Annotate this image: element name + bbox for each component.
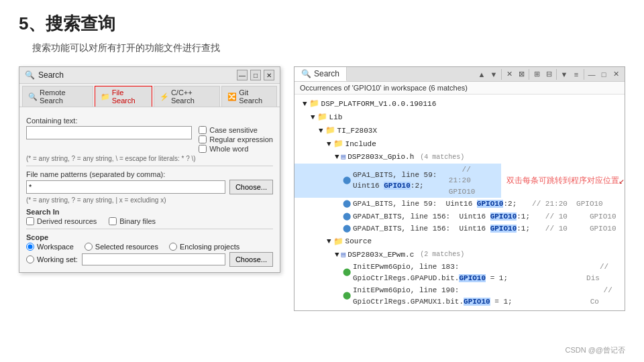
whole-word-checkbox[interactable] xyxy=(199,145,207,153)
derived-resources-checkbox[interactable] xyxy=(26,217,34,225)
tree-item-label: Source xyxy=(345,236,372,247)
maximize-button[interactable]: □ xyxy=(250,70,261,80)
tree-item-epwm-c[interactable]: ▼ ▤ DSP2803x_EPwm.c (2 matches) xyxy=(294,249,625,261)
remote-search-icon: 🔍 xyxy=(28,93,38,101)
tree-item-include[interactable]: ▼ 📁 Include xyxy=(294,137,625,151)
chevron-down-icon: ▼ xyxy=(327,236,331,247)
comment-text: // 21:20 GPIO10 xyxy=(449,164,497,198)
dialog-tabs: 🔍 Remote Search 📁 File Search ⚡ C/C++ Se… xyxy=(19,84,280,107)
containing-text-row: Case sensitive Regular expression Whole … xyxy=(26,126,273,153)
whole-word-label[interactable]: Whole word xyxy=(199,145,273,153)
tree-match-6[interactable]: ⬤ InitEPwm6Gpio, line 190: GpioCtrlRegs.… xyxy=(294,284,625,308)
match-text: GPA1_BITS, line 59: Uint16 GPIO10:2; xyxy=(353,170,447,192)
enclosing-projects-radio[interactable] xyxy=(169,243,177,251)
collapse-icon[interactable]: ⊞ xyxy=(531,68,543,80)
match-text: GPA1_BITS, line 59: Uint16 GPIO10:2; xyxy=(353,198,517,210)
results-tab-label: Search xyxy=(314,69,339,78)
regular-expression-label[interactable]: Regular expression xyxy=(199,135,273,143)
file-patterns-hint: (* = any string, ? = any string, | x = e… xyxy=(26,196,273,204)
tree-match-5[interactable]: ⬤ InitEPwm6Gpio, line 183: GpioCtrlRegs.… xyxy=(294,261,625,284)
tree-item-gpio-h[interactable]: ▼ ▤ DSP2803x_Gpio.h (4 matches) xyxy=(294,151,625,164)
match-icon: ⬤ xyxy=(343,198,351,210)
menu-icon[interactable]: ≡ xyxy=(570,68,582,80)
tree-item-lib[interactable]: ▼ 📁 Lib xyxy=(294,111,625,124)
git-search-icon: 🔀 xyxy=(227,93,237,101)
tab-cpp-search[interactable]: ⚡ C/C++ Search xyxy=(154,86,220,107)
enclosing-projects-radio-label[interactable]: Enclosing projects xyxy=(169,243,239,251)
nav-up-icon[interactable]: ▲ xyxy=(476,68,488,80)
minimize-button[interactable]: — xyxy=(237,70,248,80)
dialog-titlebar: 🔍 Search — □ ✕ xyxy=(19,67,280,84)
case-sensitive-label[interactable]: Case sensitive xyxy=(199,126,273,134)
file-patterns-input[interactable] xyxy=(26,180,225,194)
workspace-radio[interactable] xyxy=(26,243,34,251)
tree-match-3[interactable]: ⬤ GPADAT_BITS, line 156: Uint16 GPIO10:1… xyxy=(294,210,625,223)
working-set-input[interactable] xyxy=(82,253,225,265)
comment-text: // 21:20 GPIO10 xyxy=(519,198,602,210)
selected-resources-radio[interactable] xyxy=(85,243,93,251)
match-text: InitEPwm6Gpio, line 183: GpioCtrlRegs.GP… xyxy=(353,261,584,284)
chevron-down-icon: ▼ xyxy=(319,125,323,137)
comment-text: // Co xyxy=(590,285,621,307)
working-set-row: Working set: Choose... xyxy=(26,252,273,267)
dialog-controls: — □ ✕ xyxy=(237,70,274,80)
containing-text-input[interactable] xyxy=(26,126,192,139)
nav-down-icon[interactable]: ▼ xyxy=(488,68,500,80)
tree-item-label: DSP2803x_Gpio.h xyxy=(347,152,414,163)
file-search-icon: 📁 xyxy=(101,93,110,101)
binary-files-label[interactable]: Binary files xyxy=(109,217,156,225)
close-button[interactable]: ✕ xyxy=(264,70,274,80)
maximize2-icon[interactable]: □ xyxy=(598,68,610,80)
close2-icon[interactable]: ⊠ xyxy=(515,68,527,80)
results-tab-search[interactable]: 🔍 Search xyxy=(294,67,347,81)
checkbox-group: Case sensitive Regular expression Whole … xyxy=(199,126,273,153)
match-icon: ⬤ xyxy=(343,290,351,302)
tree-item-ti[interactable]: ▼ 📁 TI_F2803X xyxy=(294,124,625,137)
regular-expression-checkbox[interactable] xyxy=(199,135,207,143)
tree-item-label: DSP_PLATFORM_V1.0.0.190116 xyxy=(321,99,437,110)
filter-icon[interactable]: ▼ xyxy=(558,68,570,80)
minimize2-icon[interactable]: — xyxy=(586,68,598,80)
search-results-tab-icon: 🔍 xyxy=(301,69,311,78)
cancel-icon[interactable]: ✕ xyxy=(503,68,515,80)
containing-text-hint: (* = any string, ? = any string, \ = esc… xyxy=(26,155,273,162)
tree-item-label: DSP2803x_EPwm.c xyxy=(347,249,414,261)
tree-item-label: Include xyxy=(345,139,376,150)
match-count: (2 matches) xyxy=(416,249,464,259)
match-count: (4 matches) xyxy=(416,152,464,162)
chevron-down-icon: ▼ xyxy=(335,152,339,163)
tree-item-label: Lib xyxy=(329,112,343,123)
tab-file-search[interactable]: 📁 File Search xyxy=(95,86,152,107)
containing-text-label: Containing text: xyxy=(26,117,273,125)
file-patterns-label: File name patterns (separated by comma): xyxy=(26,170,273,178)
search-icon: 🔍 xyxy=(25,70,35,80)
dialog-title-text: Search xyxy=(38,70,64,80)
match-icon: ⬤ xyxy=(343,223,351,235)
working-set-radio[interactable] xyxy=(26,255,34,263)
search-results-panel: 🔍 Search ▲ ▼ ✕ ⊠ ⊞ ⊟ ▼ ≡ — xyxy=(294,66,625,311)
working-set-radio-label[interactable]: Working set: xyxy=(26,255,78,263)
tree-match-2[interactable]: ⬤ GPA1_BITS, line 59: Uint16 GPIO10:2; /… xyxy=(294,198,625,210)
tab-remote-search[interactable]: 🔍 Remote Search xyxy=(22,86,93,107)
close3-icon[interactable]: ✕ xyxy=(610,68,622,80)
comment-text: // 10 GPIO10 xyxy=(532,211,616,223)
derived-resources-label[interactable]: Derived resources xyxy=(26,217,97,225)
match-text: GPADAT_BITS, line 156: Uint16 GPIO10:1; xyxy=(353,211,530,223)
annotation-text: 双击每条可跳转到程序对应位置 xyxy=(506,175,619,186)
tab-git-search[interactable]: 🔀 Git Search xyxy=(221,86,277,107)
workspace-radio-label[interactable]: Workspace xyxy=(26,243,74,251)
page-title: 5、搜索查询 xyxy=(19,12,625,36)
tree-item-root[interactable]: ▼ 📁 DSP_PLATFORM_V1.0.0.190116 xyxy=(294,97,625,111)
tree-match-4[interactable]: ⬤ GPADAT_BITS, line 156: Uint16 GPIO10:1… xyxy=(294,223,625,235)
tree-match-1[interactable]: ⬤ GPA1_BITS, line 59: Uint16 GPIO10:2; /… xyxy=(294,164,501,198)
case-sensitive-checkbox[interactable] xyxy=(199,126,207,134)
toolbar-sep-2 xyxy=(529,69,529,80)
folder-icon: 📁 xyxy=(309,98,319,110)
expand-icon[interactable]: ⊟ xyxy=(543,68,555,80)
working-set-choose-button[interactable]: Choose... xyxy=(229,252,273,267)
choose-button[interactable]: Choose... xyxy=(229,180,273,194)
binary-files-checkbox[interactable] xyxy=(109,217,117,225)
selected-resources-radio-label[interactable]: Selected resources xyxy=(85,243,158,251)
tree-item-source[interactable]: ▼ 📁 Source xyxy=(294,235,625,249)
toolbar-sep-4 xyxy=(584,69,584,80)
